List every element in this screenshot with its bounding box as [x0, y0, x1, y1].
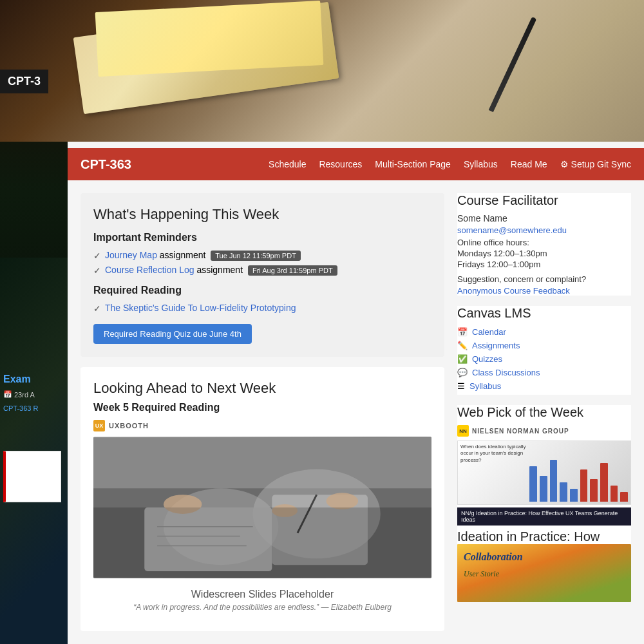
uxbooth-label: UX UXBOOTH	[93, 420, 431, 431]
right-column: Course Facilitator Some Name somename@so…	[457, 193, 631, 631]
webpick-footer-title: Ideation in Practice: How Effective UX T…	[461, 510, 618, 523]
canvas-title: Canvas LMS	[457, 306, 631, 321]
bar-3	[550, 460, 558, 502]
sidebar-example-link[interactable]: Exam	[3, 374, 68, 385]
pencil-icon: ✏️	[457, 341, 468, 350]
canvas-syllabus: ☰ Syllabus	[457, 381, 631, 391]
bar-5	[570, 489, 578, 502]
week-box: What's Happening This Week Important Rem…	[80, 193, 444, 357]
bar-6	[580, 469, 588, 502]
looking-ahead-box: Looking Ahead to Next Week Week 5 Requir…	[80, 367, 444, 631]
reminder-item-1: ✓ Journey Map assignment Tue Jun 12 11:5…	[93, 250, 431, 261]
canvas-lms-box: Canvas LMS 📅 Calendar ✏️ Assignments ✅ Q…	[457, 306, 631, 395]
facilitator-email-link[interactable]: somename@somewhere.edu	[457, 225, 567, 235]
nav-schedule[interactable]: Schedule	[269, 159, 306, 169]
uxbooth-text: UXBOOTH	[109, 422, 149, 430]
nav-resources[interactable]: Resources	[319, 159, 362, 169]
calendar-link[interactable]: Calendar	[472, 327, 506, 337]
syllabus-link[interactable]: Syllabus	[469, 381, 501, 391]
pen-decoration	[489, 17, 537, 112]
required-reading-title: Required Reading	[93, 285, 431, 296]
uxbooth-icon: UX	[93, 420, 105, 431]
chat-icon: 💬	[457, 368, 468, 377]
nav-readme[interactable]: Read Me	[511, 159, 547, 169]
list-icon: ☰	[457, 381, 465, 391]
bar-7	[590, 479, 598, 502]
bar-1	[529, 466, 537, 502]
office-hours-label: Online office hours:	[457, 238, 631, 247]
sidebar-white-box	[3, 451, 61, 502]
nav-git-sync[interactable]: ⚙Setup Git Sync	[560, 159, 631, 169]
week5-title: Week 5 Required Reading	[93, 402, 431, 413]
check-icon-1: ✓	[93, 251, 101, 261]
nn-text: NIELSEN NORMAN GROUP	[472, 428, 569, 435]
nav-syllabus[interactable]: Syllabus	[464, 159, 498, 169]
sidebar-date: 📅 23rd A	[3, 390, 68, 399]
discussions-link[interactable]: Class Discussions	[472, 368, 540, 377]
webpick-box: Web Pick of the Week NN NIELSEN NORMAN G…	[457, 405, 631, 602]
navbar: CPT-363 Schedule Resources Multi-Section…	[68, 148, 644, 180]
canvas-quizzes: ✅ Quizzes	[457, 354, 631, 364]
bar-2	[540, 476, 547, 502]
week-title: What's Happening This Week	[93, 206, 431, 223]
slides-placeholder: Widescreen Slides Placeholder	[93, 578, 431, 603]
nn-label: NN NIELSEN NORMAN GROUP	[457, 425, 631, 437]
sidebar-course-link[interactable]: CPT-363 R	[3, 404, 38, 412]
webpick-question-text: When does ideation typically occur in yo…	[460, 444, 526, 464]
webpick-chart-image: When does ideation typically occur in yo…	[457, 440, 631, 505]
webpick-bar-chart	[527, 441, 630, 504]
bar-8	[600, 463, 608, 502]
journey-map-link[interactable]: Journey Map	[105, 250, 157, 260]
quiz-button[interactable]: Required Reading Quiz due June 4th	[93, 324, 252, 344]
facilitator-title: Course Facilitator	[457, 193, 631, 208]
nn-icon: NN	[457, 425, 469, 437]
article-image	[93, 437, 431, 578]
webpick-footer-brand: NN/g	[461, 510, 475, 516]
webpick-footer: NN/g Ideation in Practice: How Effective…	[457, 507, 631, 526]
calendar-icon: 📅	[457, 327, 468, 337]
facilitator-box: Course Facilitator Some Name somename@so…	[457, 193, 631, 296]
bar-9	[611, 486, 618, 502]
svg-text:User Storie: User Storie	[464, 569, 500, 578]
navbar-brand: CPT-363	[80, 157, 131, 172]
gear-icon: ⚙	[560, 159, 569, 169]
canvas-discussions: 💬 Class Discussions	[457, 368, 631, 377]
suggestion-text: Suggestion, concern or complaint?	[457, 274, 631, 284]
nav-multi-section[interactable]: Multi-Section Page	[375, 159, 451, 169]
assignments-link[interactable]: Assignments	[472, 341, 520, 350]
facilitator-name: Some Name	[457, 213, 631, 223]
check-circle-icon: ✅	[457, 354, 468, 364]
office-hours-mondays: Mondays 12:00–1:30pm	[457, 249, 631, 258]
webpick-title: Web Pick of the Week	[457, 405, 631, 420]
svg-text:Collaboration: Collaboration	[464, 551, 523, 562]
cpt-topleft-label: CPT-3	[0, 70, 48, 93]
left-column: What's Happening This Week Important Rem…	[80, 193, 444, 631]
quizzes-link[interactable]: Quizzes	[472, 354, 502, 364]
article-img-overlay	[93, 507, 431, 578]
reminder-2-tag: Fri Aug 3rd 11:59pm PDT	[248, 265, 337, 276]
slides-quote: “A work in progress. And the possibiliti…	[93, 603, 431, 618]
reminder-1-tag: Tue Jun 12 11:59pm PDT	[211, 251, 301, 261]
reading-item-1: ✓ The Skeptic's Guide To Low-Fidelity Pr…	[93, 303, 431, 314]
collaboration-image: Collaboration User Storie	[457, 544, 631, 602]
course-reflection-link[interactable]: Course Reflection Log	[105, 265, 194, 275]
check-icon-3: ✓	[93, 303, 101, 314]
canvas-calendar: 📅 Calendar	[457, 327, 631, 337]
looking-ahead-title: Looking Ahead to Next Week	[93, 380, 431, 397]
reminder-item-2: ✓ Course Reflection Log assignment Fri A…	[93, 265, 431, 276]
sidebar-content: Exam 📅 23rd A CPT-363 R	[3, 374, 68, 413]
navbar-links: Schedule Resources Multi-Section Page Sy…	[269, 159, 631, 169]
ideation-title: Ideation in Practice: How	[457, 529, 631, 544]
anonymous-feedback-link[interactable]: Anonymous Course Feedback	[457, 286, 570, 296]
reminders-title: Important Reminders	[93, 232, 431, 243]
skeptics-guide-link[interactable]: The Skeptic's Guide To Low-Fidelity Prot…	[105, 303, 296, 313]
canvas-assignments: ✏️ Assignments	[457, 341, 631, 350]
hero-image	[0, 0, 644, 142]
bar-4	[560, 482, 567, 502]
bar-10	[620, 492, 628, 502]
main-content: What's Happening This Week Important Rem…	[68, 180, 644, 644]
office-hours-fridays: Fridays 12:00–1:00pm	[457, 260, 631, 269]
check-icon-2: ✓	[93, 265, 101, 276]
